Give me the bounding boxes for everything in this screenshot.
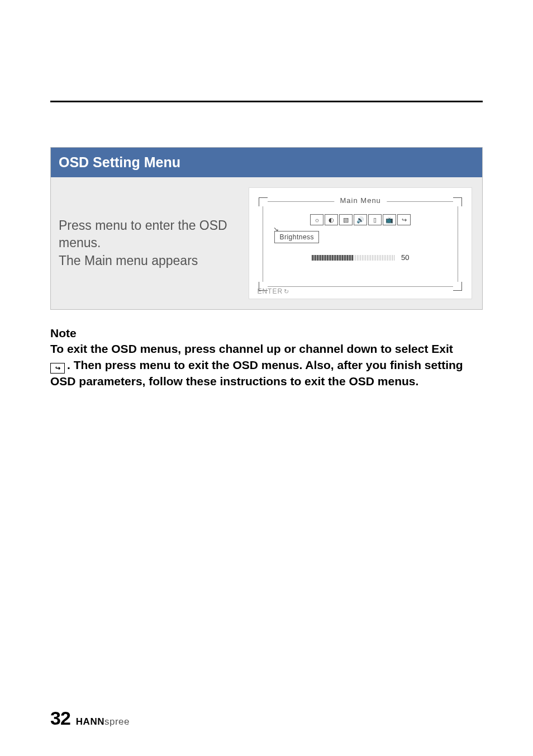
note-line-2: . Then press menu to exit the OSD menus.… [50, 358, 463, 388]
tv-icon: 📺 [383, 214, 396, 225]
osd-setting-panel: OSD Setting Menu Press menu to enter the… [50, 147, 483, 310]
slider-row: 50 [270, 253, 451, 262]
picture-icon: ▧ [339, 214, 353, 225]
enter-text: ENTER [257, 287, 283, 295]
corner-tl-icon [259, 197, 268, 206]
brand-bold: HANN [76, 716, 104, 727]
panel-body: Press menu to enter the OSD menus. The M… [51, 177, 482, 309]
slider-track [312, 255, 396, 261]
menu-icon-row: ☼ ◐ ▧ 🔊 ▯ 📺 ↪ [270, 214, 451, 225]
horizontal-rule [50, 101, 483, 102]
brightness-icon: ☼ [310, 214, 323, 225]
contrast-icon: ◐ [325, 214, 338, 225]
note-line-1: To exit the OSD menus, press channel up … [50, 342, 453, 355]
instruction-text: Press menu to enter the OSD menus. The M… [59, 187, 249, 299]
slider-value: 50 [401, 253, 409, 262]
page-number: 32 [50, 707, 70, 729]
corner-tr-icon [453, 197, 462, 206]
note-block: Note To exit the OSD menus, press channe… [50, 325, 483, 389]
exit-menu-icon: ↪ [50, 363, 65, 374]
instruction-line-2: The Main menu appears [59, 253, 198, 268]
corner-br-icon [453, 282, 462, 291]
enter-label: ENTER ↻ [257, 287, 289, 295]
panel-title: OSD Setting Menu [51, 148, 482, 177]
page-icon: ▯ [368, 214, 382, 225]
page-footer: 32 HANNspree [50, 707, 130, 729]
slider-empty [354, 255, 396, 261]
exit-icon: ↪ [397, 214, 411, 225]
sound-icon: 🔊 [354, 214, 367, 225]
selected-item-label: Brightness [274, 231, 319, 243]
main-menu-title: Main Menu [335, 196, 387, 205]
brand-label: HANNspree [76, 716, 130, 727]
main-menu-frame: Main Menu ☼ ◐ ▧ 🔊 ▯ 📺 ↪ ↘ Brightness [263, 201, 458, 287]
brand-light: spree [104, 716, 130, 727]
instruction-line-1: Press menu to enter the OSD menus. [59, 218, 227, 250]
slider-fill [312, 255, 354, 261]
enter-arrow-icon: ↻ [284, 288, 289, 295]
osd-diagram: Main Menu ☼ ◐ ▧ 🔊 ▯ 📺 ↪ ↘ Brightness [249, 187, 472, 299]
note-heading: Note [50, 327, 77, 339]
